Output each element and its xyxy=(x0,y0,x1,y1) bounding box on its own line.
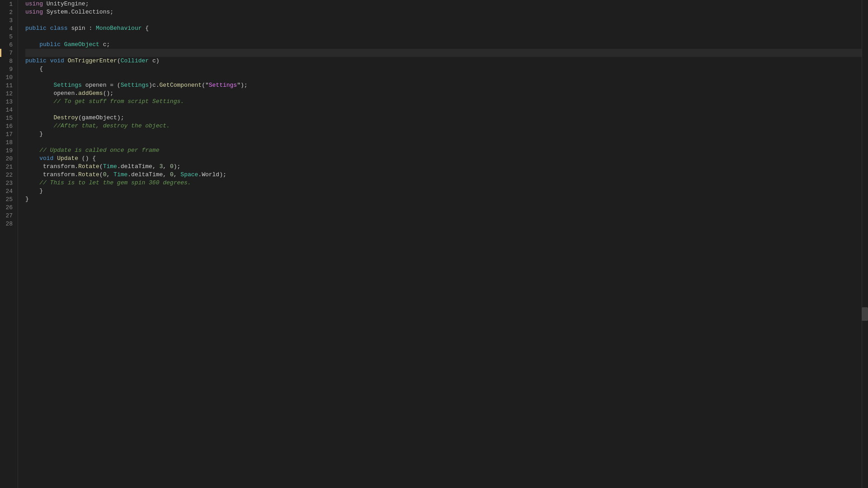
token-type: Time xyxy=(103,163,117,171)
code-content[interactable]: using UnityEngine;using System.Collectio… xyxy=(18,0,862,488)
token-plain: .deltaTime, xyxy=(127,171,170,179)
token-plain xyxy=(25,98,53,106)
line-number: 11 xyxy=(0,82,13,89)
line-number: 16 xyxy=(0,123,13,130)
line-number-row: 16 xyxy=(0,122,18,130)
token-kw: void xyxy=(50,57,64,65)
token-method: Rotate xyxy=(78,171,99,179)
token-plain: c; xyxy=(99,41,110,49)
line-number: 1 xyxy=(0,1,13,8)
token-num: 0 xyxy=(170,163,174,171)
token-plain xyxy=(61,41,64,49)
code-line: // To get stuff from script Settings. xyxy=(25,98,862,106)
token-plain: openen = ( xyxy=(82,81,121,89)
token-plain: { xyxy=(142,24,149,33)
line-number-row: 13 xyxy=(0,98,18,106)
line-number: 15 xyxy=(0,115,13,122)
scrollbar-thumb[interactable] xyxy=(862,307,868,321)
token-plain: ( xyxy=(117,57,121,65)
code-line: public GameObject c; xyxy=(25,41,862,49)
line-number-row: 25 xyxy=(0,195,18,203)
line-number: 28 xyxy=(0,221,13,227)
token-type: Settings xyxy=(53,81,81,89)
line-number: 19 xyxy=(0,147,13,154)
token-method: addGems xyxy=(78,89,103,98)
code-line xyxy=(25,211,862,220)
line-number: 17 xyxy=(0,131,13,138)
line-number-row: 12 xyxy=(0,89,18,98)
line-number: 24 xyxy=(0,188,13,195)
token-plain: .deltaTime, xyxy=(117,163,160,171)
scrollbar-track[interactable] xyxy=(862,0,868,488)
line-number: 3 xyxy=(0,17,13,24)
code-line: { xyxy=(25,65,862,73)
code-line: public class spin : MonoBehaviour { xyxy=(25,24,862,33)
code-line xyxy=(25,220,862,228)
token-plain: ( xyxy=(99,163,103,171)
yellow-bar-indicator xyxy=(0,49,1,57)
token-plain: () { xyxy=(78,155,96,163)
token-plain xyxy=(25,179,39,187)
line-number: 9 xyxy=(0,66,13,73)
line-number: 12 xyxy=(0,90,13,97)
line-number: 14 xyxy=(0,107,13,113)
token-plain: , xyxy=(174,171,181,179)
token-type: Time xyxy=(113,171,127,179)
token-kw: class xyxy=(50,24,68,33)
line-number-row: 28 xyxy=(0,220,18,228)
line-number-row: −1 xyxy=(0,0,18,8)
token-plain xyxy=(25,122,53,130)
code-line xyxy=(25,16,862,24)
token-plain xyxy=(47,24,50,33)
line-number: 20 xyxy=(0,155,13,162)
code-line: public void OnTriggerEnter(Collider c) xyxy=(25,57,862,65)
token-type: GameObject xyxy=(64,41,99,49)
line-number: 6 xyxy=(0,42,13,48)
code-line: } xyxy=(25,195,862,203)
code-line xyxy=(25,73,862,81)
token-comment: // To get stuff from script Settings. xyxy=(53,98,184,106)
token-plain: (); xyxy=(103,89,113,98)
token-plain xyxy=(25,81,53,89)
token-type: Space xyxy=(180,171,198,179)
token-plain: , xyxy=(163,163,170,171)
line-number: 13 xyxy=(0,99,13,105)
token-num: 0 xyxy=(170,171,174,179)
line-number-row: 5 xyxy=(0,33,18,41)
line-number-row: −8 xyxy=(0,57,18,65)
line-number-row: 23 xyxy=(0,179,18,187)
line-number-row: 18 xyxy=(0,138,18,146)
token-comment: // This is to let the gem spin 360 degre… xyxy=(39,179,191,187)
line-number: 26 xyxy=(0,204,13,211)
line-number-row: 15 xyxy=(0,114,18,122)
line-number-row: 19 xyxy=(0,146,18,155)
line-number: 8 xyxy=(0,58,13,65)
token-kw: public xyxy=(25,24,47,33)
token-type: Collider xyxy=(121,57,149,65)
token-comment: //After that, destroy the object. xyxy=(53,122,170,130)
code-line: using UnityEngine; xyxy=(25,0,862,8)
token-plain: System.Collections; xyxy=(43,8,113,16)
token-num: 0 xyxy=(103,171,107,179)
token-plain: )c. xyxy=(149,81,159,89)
token-plain: } xyxy=(25,130,43,138)
line-number: 27 xyxy=(0,212,13,219)
token-plain: } xyxy=(25,195,29,203)
line-number: 21 xyxy=(0,164,13,170)
line-number: 5 xyxy=(0,33,13,40)
token-plain: ( xyxy=(99,171,103,179)
token-type: Settings xyxy=(121,81,149,89)
line-number: 22 xyxy=(0,172,13,178)
line-number-row: 11 xyxy=(0,81,18,89)
line-number-row: 22 xyxy=(0,171,18,179)
token-plain: transform. xyxy=(25,171,78,179)
code-line: openen.addGems(); xyxy=(25,89,862,98)
token-comment: // Update is called once per frame xyxy=(39,146,159,155)
token-plain: (" xyxy=(202,81,209,89)
code-line: transform.Rotate(0, Time.deltaTime, 0, S… xyxy=(25,171,862,179)
token-plain xyxy=(25,155,39,163)
line-number-row: 14 xyxy=(0,106,18,114)
code-line: Settings openen = (Settings)c.GetCompone… xyxy=(25,81,862,89)
token-plain: c) xyxy=(149,57,159,65)
token-kw: void xyxy=(39,155,53,163)
